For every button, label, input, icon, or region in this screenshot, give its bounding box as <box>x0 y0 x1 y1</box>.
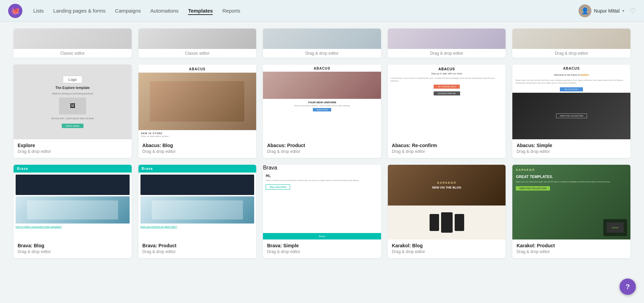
nav-item-lists[interactable]: Lists <box>33 6 44 15</box>
card-name: Brava: Blog <box>18 243 128 248</box>
list-item[interactable]: ABACUS YOUR NEW UNIFORM Clean lined leat… <box>263 65 381 158</box>
explore-logo-box: Logo <box>63 76 82 83</box>
list-item[interactable]: Logo The Explore template Ideal for view… <box>14 65 132 158</box>
karakol-product-btn: VIEW THE COLLECTION <box>516 186 550 191</box>
brava-simple-footer: Brava <box>263 233 381 239</box>
card-editor-label: Classic editor <box>138 49 257 58</box>
card-name: Brava: Product <box>143 243 252 248</box>
template-thumbnail: ABACUS YOUR NEW UNIFORM Clean lined leat… <box>263 65 381 139</box>
list-item[interactable]: ABACUS Stay up to date with our news «Fi… <box>388 65 506 158</box>
nav-item-landing-pages[interactable]: Landing pages & forms <box>53 6 106 15</box>
brava-blog-content: How to make a successful email campaign? <box>14 173 132 239</box>
explore-image-placeholder: 🖼 <box>59 97 86 114</box>
card-info: Brava: Blog Drag & drop editor <box>14 239 132 258</box>
nav-item-automations[interactable]: Automations <box>150 6 178 15</box>
list-item[interactable]: ABACUS Welcome to the future of fashion … <box>512 65 630 158</box>
explore-desc: Ideal for viewing or promoting products <box>52 92 93 95</box>
explore-body-text: Dummy text. Lorem ipsum dolor sit amet <box>51 117 94 120</box>
user-profile[interactable]: 👤 Nupur Mittal ▾ <box>579 4 624 17</box>
brava-simple-hi: Hi, <box>266 174 378 178</box>
abacus-product-thumb: ABACUS YOUR NEW UNIFORM Clean lined leat… <box>263 65 381 139</box>
abacus-simple-thumb: ABACUS Welcome to the future of fashion … <box>512 65 630 139</box>
card-editor-label: Drag & drop editor <box>263 49 381 58</box>
abacus-reconfirm-thumb: ABACUS Stay up to date with our news «Fi… <box>388 65 506 139</box>
karakol-blog-phones <box>388 206 506 239</box>
abacus-blog-thumb: ABACUS NEW IN STORE Shop our latest leat… <box>138 65 257 139</box>
nav-item-reports[interactable]: Reports <box>222 6 240 15</box>
karakol-product-hero: КАРАКОЛ GREAT TEMPLATES. Sign up to our … <box>512 165 630 239</box>
template-thumbnail: КАРАКОЛ GREAT TEMPLATES. Sign up to our … <box>512 165 630 239</box>
nav-item-campaigns[interactable]: Campaigns <box>115 6 141 15</box>
card-info: Abacus: Re-confirm Drag & drop editor <box>388 139 506 158</box>
list-item[interactable]: Drag & drop editor <box>512 29 630 58</box>
brava-simple-stay-btn: Stay subscribed <box>266 184 290 190</box>
abacus-brand: ABACUS <box>138 65 257 73</box>
brava-blog-thumb: Brava How to make a successful email cam… <box>14 165 132 239</box>
abacus-reconfirm-brand: ABACUS <box>391 67 503 71</box>
abacus-blog-body: NEW IN STORE Shop our latest leather jac… <box>138 130 257 139</box>
card-editor-label: Classic editor <box>14 49 132 58</box>
brava-product-footer: Have you checked our latest offer? <box>140 225 254 229</box>
list-item[interactable]: Classic editor <box>138 29 257 58</box>
abacus-reconfirm-body: «First Name», if your inbox is anything … <box>391 77 503 83</box>
explore-cta-btn: Call to action <box>62 124 83 128</box>
card-editor: Drag & drop editor <box>143 249 252 254</box>
abacus-blog-tag: NEW IN STORE <box>141 132 254 135</box>
card-name: Abacus: Re-confirm <box>392 143 502 148</box>
abacus-product-body: YOUR NEW UNIFORM Clean lined leather jac… <box>263 99 381 139</box>
brava-simple-body: Hi, Here's a note to let you know that i… <box>263 171 381 233</box>
list-item[interactable]: КАРАКОЛ GREAT TEMPLATES. Sign up to our … <box>512 165 630 258</box>
card-editor: Drag & drop editor <box>516 249 626 254</box>
brava-blog-dashboard <box>16 175 130 195</box>
nav-links: Lists Landing pages & forms Campaigns Au… <box>33 6 568 15</box>
template-thumbnail: ABACUS Stay up to date with our news «Fi… <box>388 65 506 139</box>
template-grid-row1: Logo The Explore template Ideal for view… <box>14 65 630 158</box>
card-name: Abacus: Product <box>267 143 377 148</box>
template-thumbnail: Brava Hi, Here's a note to let you know … <box>263 165 381 239</box>
brava-product-map <box>140 196 254 224</box>
template-thumbnail: ABACUS NEW IN STORE Shop our latest leat… <box>138 65 257 139</box>
card-editor: Drag & drop editor <box>516 149 626 154</box>
karakol-product-thumb: КАРАКОЛ GREAT TEMPLATES. Sign up to our … <box>512 165 630 239</box>
card-name: Brava: Simple <box>267 243 377 248</box>
card-info: Brava: Product Drag & drop editor <box>138 239 257 258</box>
list-item[interactable]: Drag & drop editor <box>388 29 506 58</box>
list-item[interactable]: КАРАКОЛ NEW ON THE BLOG Karakol: Blog Dr… <box>388 165 506 258</box>
brava-product-dashboard <box>140 175 254 195</box>
card-editor: Drag & drop editor <box>392 249 502 254</box>
help-button[interactable]: ? <box>620 279 636 295</box>
brava-product-content: Have you checked our latest offer? <box>138 173 257 239</box>
template-thumbnail: Brava How to make a successful email cam… <box>14 165 132 239</box>
brava-blog-header: Brava <box>14 165 132 173</box>
logo[interactable]: 🐙 <box>8 4 22 18</box>
brava-simple-thumb: Brava Hi, Here's a note to let you know … <box>263 165 381 239</box>
list-item[interactable]: Brava Have you checked our latest offer?… <box>138 165 257 258</box>
favorites-heart-icon[interactable]: ♡ <box>630 7 636 15</box>
list-item[interactable]: ABACUS NEW IN STORE Shop our latest leat… <box>138 65 257 158</box>
list-item[interactable]: Drag & drop editor <box>263 29 381 58</box>
karakol-blog-title: NEW ON THE BLOG <box>432 186 461 189</box>
card-editor: Drag & drop editor <box>392 149 502 154</box>
list-item[interactable]: Brava Hi, Here's a note to let you know … <box>263 165 381 258</box>
card-info: Abacus: Simple Drag & drop editor <box>512 139 630 158</box>
card-name: Karakol: Blog <box>392 243 502 248</box>
nav-item-templates[interactable]: Templates <box>188 6 213 15</box>
karakol-product-logo: КАРАКОЛ <box>516 168 535 172</box>
abacus-product-image <box>263 72 381 99</box>
brava-product-thumb: Brava Have you checked our latest offer? <box>138 165 257 239</box>
abacus-product-brand: ABACUS <box>263 65 381 72</box>
abacus-simple-hero: Welcome to the future of fashion <box>512 72 630 77</box>
abacus-simple-btn: MY ACCOUNT <box>560 87 583 91</box>
karakol-blog-thumb: КАРАКОЛ NEW ON THE BLOG <box>388 165 506 239</box>
brava-product-header: Brava <box>138 165 257 173</box>
list-item[interactable]: Classic editor <box>14 29 132 58</box>
abacus-blog-image <box>138 73 257 130</box>
card-editor-label: Drag & drop editor <box>388 49 506 58</box>
navbar: 🐙 Lists Landing pages & forms Campaigns … <box>0 0 644 22</box>
list-item[interactable]: Brava How to make a successful email cam… <box>14 165 132 258</box>
card-name: Abacus: Blog <box>143 143 252 148</box>
brava-blog-map <box>16 196 130 224</box>
brava-simple-text: Here's a note to let you know that it se… <box>266 179 378 182</box>
explore-title: The Explore template <box>55 86 90 90</box>
karakol-phone-1 <box>430 214 439 231</box>
